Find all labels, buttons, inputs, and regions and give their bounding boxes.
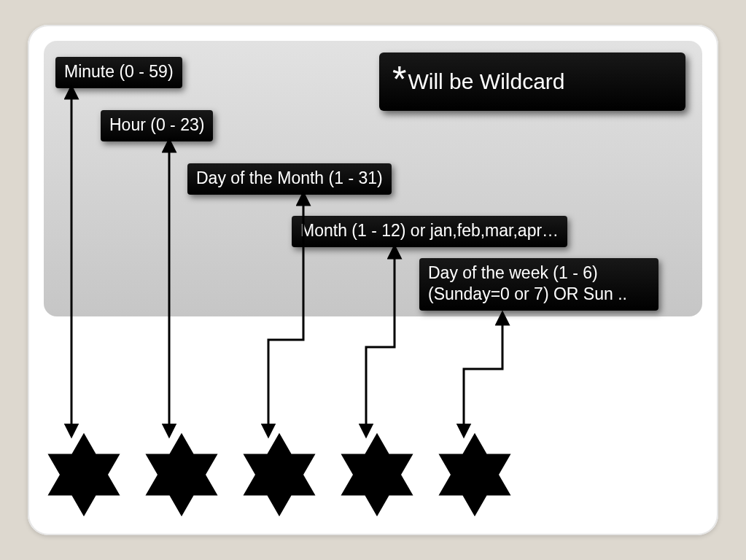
arrow-day-of-week [464, 318, 502, 431]
diagram-card: *Will be Wildcard Minute (0 - 59) Hour (… [28, 25, 718, 535]
label-minute: Minute (0 - 59) [55, 57, 182, 88]
svg-marker-2 [243, 433, 315, 516]
wildcard-text: Will be Wildcard [408, 69, 564, 93]
star-3 [232, 427, 327, 522]
star-4 [330, 427, 424, 522]
star-2 [134, 427, 229, 522]
star-1 [36, 427, 131, 522]
svg-marker-0 [47, 433, 120, 516]
svg-marker-3 [341, 433, 413, 516]
label-day-of-week: Day of the week (1 - 6) (Sunday=0 or 7) … [419, 258, 658, 311]
wildcard-callout: *Will be Wildcard [379, 52, 685, 111]
label-day-of-month: Day of the Month (1 - 31) [187, 163, 392, 195]
svg-marker-1 [145, 433, 217, 516]
svg-marker-4 [438, 433, 510, 516]
label-month: Month (1 - 12) or jan,feb,mar,apr… [292, 216, 567, 247]
star-5 [427, 427, 522, 522]
label-hour: Hour (0 - 23) [101, 110, 213, 141]
wildcard-asterisk: * [392, 59, 406, 100]
